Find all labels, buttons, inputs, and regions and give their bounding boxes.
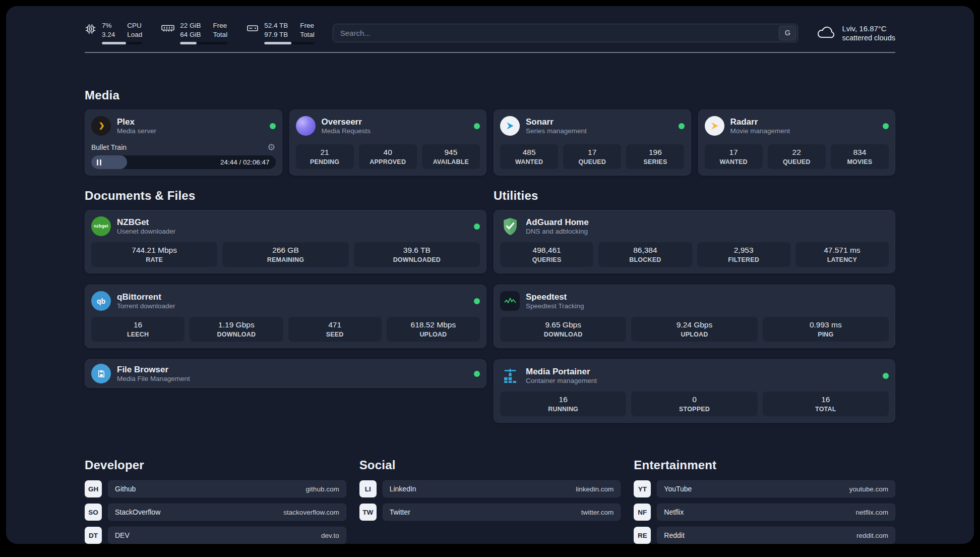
- ram-progress-bar: [180, 42, 227, 44]
- app-name: Overseerr: [322, 117, 371, 127]
- radarr-card[interactable]: Radarr Movie management 17 WANTED 22 QUE…: [698, 109, 896, 176]
- stat-label: AVAILABLE: [433, 158, 469, 165]
- stat-filtered: 2,953 FILTERED: [697, 242, 790, 267]
- pause-icon[interactable]: [97, 159, 101, 165]
- stat-label: PENDING: [310, 158, 339, 165]
- stat-leech: 16 LEECH: [91, 317, 185, 342]
- ram-progress-fill: [180, 42, 197, 44]
- section-developer: Developer GH Github github.com SO StackO…: [85, 458, 346, 544]
- stat-value: 0.993 ms: [810, 320, 842, 329]
- bookmark-dev[interactable]: DT DEV dev.to: [85, 527, 346, 544]
- bookmark-host: dev.to: [321, 532, 339, 539]
- stat-remaining: 266 GB REMAINING: [222, 242, 348, 267]
- search-input[interactable]: [333, 24, 799, 42]
- ram-label-top: Free: [213, 21, 228, 30]
- section-documents-files: Documents & Files nzbget NZBGet Usenet d…: [85, 189, 486, 388]
- stat-value: 22: [792, 148, 801, 157]
- stat-value: 834: [853, 148, 866, 157]
- stat-value: 196: [649, 148, 662, 157]
- section-title-media: Media: [85, 88, 895, 102]
- bookmark-reddit[interactable]: RE Reddit reddit.com: [634, 527, 895, 544]
- bookmark-abbr: LI: [359, 480, 377, 497]
- stat-download: 1.19 Gbps DOWNLOAD: [190, 317, 283, 342]
- stat-label: QUEUED: [578, 158, 606, 165]
- disk-free-value: 52.4 TB: [264, 21, 288, 30]
- stat-value: 266 GB: [272, 246, 299, 255]
- app-name: Plex: [117, 117, 156, 127]
- bookmark-linkedin[interactable]: LI LinkedIn linkedin.com: [359, 480, 621, 497]
- bookmark-name: StackOverflow: [115, 508, 160, 516]
- gear-icon[interactable]: ⚙: [267, 143, 275, 152]
- bookmark-twitter[interactable]: TW Twitter twitter.com: [359, 504, 621, 521]
- bookmark-youtube[interactable]: YT YouTube youtube.com: [634, 480, 895, 497]
- nzbget-card[interactable]: nzbget NZBGet Usenet downloader 744.21 M…: [85, 210, 486, 273]
- portainer-card[interactable]: Media Portainer Container management 16 …: [494, 359, 895, 423]
- filebrowser-card[interactable]: File Browser Media File Management: [85, 359, 486, 388]
- section-utilities: Utilities AdGuard Home DNS and adblockin…: [494, 189, 895, 423]
- bookmark-github[interactable]: GH Github github.com: [85, 480, 346, 497]
- app-name: File Browser: [117, 365, 190, 375]
- stat-label: SEED: [326, 331, 344, 338]
- section-title-documents: Documents & Files: [85, 189, 486, 203]
- app-subtitle: Container management: [526, 377, 597, 384]
- search-engine-button[interactable]: G: [779, 26, 796, 40]
- stat-label: APPROVED: [370, 158, 406, 165]
- app-subtitle: Media File Management: [117, 375, 190, 382]
- app-subtitle: Media server: [117, 127, 156, 135]
- qbittorrent-card[interactable]: qb qBittorrent Torrent downloader 16: [85, 285, 486, 348]
- stat-label: WANTED: [515, 158, 543, 165]
- system-metrics: 7% CPU 3.24 Load 22 GiB: [85, 21, 315, 44]
- section-media: Media Plex Media server: [85, 88, 895, 176]
- bookmark-name: Twitter: [390, 508, 410, 516]
- media-card-grid: Plex Media server Bullet Train ⚙: [85, 109, 895, 176]
- stat-stopped: 0 STOPPED: [631, 392, 757, 416]
- search-bar: G: [333, 24, 799, 42]
- stat-label: MOVIES: [847, 158, 872, 165]
- stat-queries: 498,461 QUERIES: [500, 242, 593, 267]
- stat-value: 40: [384, 148, 392, 157]
- stat-label: LATENCY: [827, 256, 858, 263]
- stat-ping: 0.993 ms PING: [763, 317, 889, 342]
- status-dot: [270, 123, 276, 129]
- stat-value: 16: [559, 395, 568, 404]
- app-subtitle: Speedtest Tracking: [526, 302, 584, 310]
- stat-value: 16: [821, 395, 830, 404]
- ram-total-value: 64 GiB: [180, 30, 201, 39]
- playback-time: 24:44 / 02:06:47: [220, 158, 270, 166]
- stat-movies: 834 MOVIES: [831, 144, 889, 169]
- section-title-utilities: Utilities: [494, 189, 895, 203]
- app-subtitle: Torrent downloader: [117, 302, 175, 310]
- stat-value: 9.65 Gbps: [545, 320, 581, 329]
- sonarr-card[interactable]: Sonarr Series management 485 WANTED 17 Q…: [494, 109, 691, 176]
- bookmark-host: netflix.com: [855, 509, 888, 516]
- bookmark-host: youtube.com: [849, 485, 888, 493]
- stat-rate: 744.21 Mbps RATE: [91, 242, 217, 267]
- stat-running: 16 RUNNING: [500, 392, 626, 416]
- speedtest-card[interactable]: Speedtest Speedtest Tracking 9.65 Gbps D…: [494, 285, 895, 348]
- adguard-card[interactable]: AdGuard Home DNS and adblocking 498,461 …: [494, 210, 895, 273]
- disk-label-bottom: Total: [300, 30, 315, 39]
- app-subtitle: Media Requests: [322, 127, 371, 135]
- cpu-progress-bar: [102, 42, 142, 44]
- disk-progress-bar: [264, 42, 315, 44]
- bookmark-netflix[interactable]: NF Netflix netflix.com: [634, 504, 895, 521]
- stat-label: DOWNLOAD: [217, 331, 256, 338]
- bookmark-host: stackoverflow.com: [283, 509, 339, 516]
- bookmark-host: twitter.com: [581, 509, 614, 516]
- disk-icon: [247, 23, 259, 33]
- overseerr-card[interactable]: Overseerr Media Requests 21 PENDING 40 A…: [289, 109, 487, 176]
- weather-location: Lviv, 16.87°C: [842, 24, 895, 33]
- plex-card[interactable]: Plex Media server Bullet Train ⚙: [85, 109, 282, 176]
- app-subtitle: DNS and adblocking: [526, 228, 589, 235]
- stat-label: UPLOAD: [419, 331, 447, 338]
- bookmark-stackoverflow[interactable]: SO StackOverflow stackoverflow.com: [85, 504, 346, 521]
- cpu-label-top: CPU: [127, 21, 142, 30]
- cpu-label-bottom: Load: [127, 30, 142, 39]
- middle-columns: Documents & Files nzbget NZBGet Usenet d…: [85, 189, 895, 423]
- cpu-icon: [85, 23, 96, 35]
- weather-widget: Lviv, 16.87°C scattered clouds: [816, 24, 895, 42]
- status-dot: [883, 123, 889, 129]
- stat-label: DOWNLOADED: [393, 256, 441, 263]
- stat-value: 498,461: [533, 246, 561, 255]
- stat-value: 17: [729, 148, 738, 157]
